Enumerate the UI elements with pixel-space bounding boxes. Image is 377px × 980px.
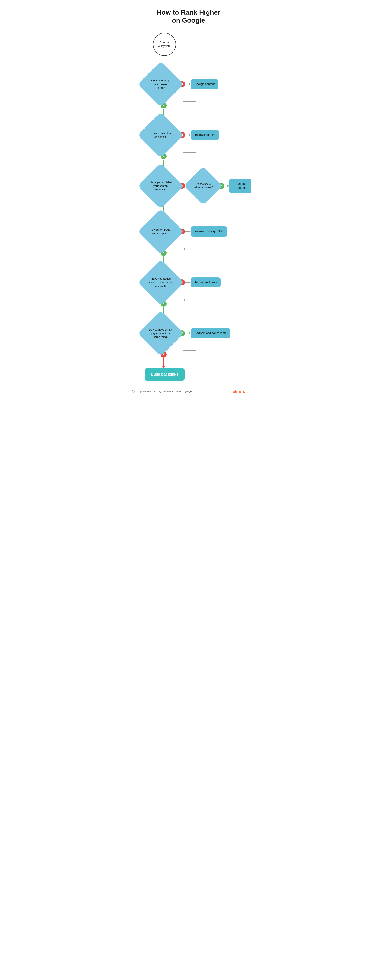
start-label: Choose a keyword <box>158 41 171 48</box>
q3-diamond: Have you updated your content recently? <box>138 163 184 209</box>
q2-diamond-wrap: Does it cover the topic in full? <box>145 119 177 151</box>
cc-icon: Ⓒ ℹ <box>132 390 137 393</box>
q4-return-h <box>185 249 196 249</box>
q4-row: Is your on-page SEO on point? ✕ Improve … <box>145 215 227 248</box>
final-node-wrap: Build backlinks <box>145 368 185 381</box>
q5-action: Add internal links <box>191 277 220 287</box>
q2-text: Does it cover the topic in full? <box>148 132 173 139</box>
q4-return-arrowleft <box>183 248 185 250</box>
final-node: Build backlinks <box>145 368 185 381</box>
page: How to Rank Higher on Google Choose a ke… <box>126 0 251 400</box>
q5-arrow-h <box>189 281 191 283</box>
q2-return-h <box>185 152 196 153</box>
q3-diamond-wrap: Have you updated your content recently? <box>145 170 177 202</box>
q5-return-arrowleft <box>183 299 185 301</box>
q4-return-line <box>183 248 196 250</box>
q1-return <box>145 100 196 103</box>
q1-line-h <box>185 84 189 84</box>
q3-text: Have you updated your content recently? <box>148 180 173 191</box>
q5-line-h <box>185 282 189 283</box>
start-node: Choose a keyword <box>149 33 176 56</box>
section-q3: Have you updated your content recently? … <box>145 170 245 199</box>
start-circle: Choose a keyword <box>153 33 176 56</box>
q3b-diamond-wrap: Do searchers value freshness? <box>190 172 217 199</box>
q1-arrow-h <box>189 83 191 85</box>
q1-no-branch: ✕ Realign content <box>179 79 219 89</box>
footer-url-section: Ⓒ ℹ https://ahrefs.com/blog/how-to-rank-… <box>132 390 193 393</box>
q6-arrow-h <box>189 332 191 334</box>
q4-text: Is your on-page SEO on point? <box>148 228 173 235</box>
q3b-diamond: Do searchers value freshness? <box>184 167 222 205</box>
q6-return-line <box>183 350 196 352</box>
q6-row: Do you have similar pages about the same… <box>145 317 230 350</box>
q1-diamond-wrap: Does your page match search intent? <box>145 68 177 100</box>
q3-no-branch: ✕ Do searchers value freshness? ✓ <box>179 172 251 199</box>
q5-diamond: Have you added internal links where rele… <box>138 259 184 305</box>
q6-return-h <box>185 350 196 351</box>
q4-diamond-wrap: Is your on-page SEO on point? <box>145 215 177 248</box>
q3b-yes-branch: ✓ Update content <box>219 179 251 193</box>
flowchart: Choose a keyword Does your page match se… <box>132 33 245 381</box>
q3b-text: Do searchers value freshness? <box>193 183 214 189</box>
q4-line-h <box>185 231 189 232</box>
q6-line-h <box>185 333 189 333</box>
ahrefs-logo: ahrefs <box>232 389 245 394</box>
section-q5: Have you added internal links where rele… <box>145 266 245 301</box>
q5-return-h <box>185 299 196 300</box>
q2-arrow-h <box>189 134 191 136</box>
line-q6-final <box>163 358 164 366</box>
q3-row: Have you updated your content recently? … <box>145 170 251 202</box>
q1-return-line <box>183 100 196 103</box>
q4-action: Improve on-page SEO <box>191 226 227 237</box>
q2-no-branch: ✕ Improve content <box>179 130 219 140</box>
section-q1: Does your page match search intent? ✕ Re… <box>145 68 245 103</box>
arrow-q6-final-head <box>162 366 165 368</box>
q6-action: Redirect and consolidate <box>191 328 230 338</box>
q2-return-line <box>183 151 196 153</box>
q2-return-arrowleft <box>183 151 185 153</box>
q6-text: Do you have similar pages about the same… <box>148 328 173 339</box>
q5-text: Have you added internal links where rele… <box>148 277 173 288</box>
q6-return-arrowleft <box>183 350 185 352</box>
q5-diamond-wrap: Have you added internal links where rele… <box>145 266 177 299</box>
q5-row: Have you added internal links where rele… <box>145 266 220 299</box>
q4-diamond: Is your on-page SEO on point? <box>138 209 184 255</box>
flowchart-diagram: Choose a keyword Does your page match se… <box>132 33 245 381</box>
q6-diamond-wrap: Do you have similar pages about the same… <box>145 317 177 350</box>
q3b-arrow-h <box>227 185 229 187</box>
q2-diamond: Does it cover the topic in full? <box>138 112 184 158</box>
q6-diamond: Do you have similar pages about the same… <box>138 310 184 356</box>
q2-action: Improve content <box>191 130 219 140</box>
footer-url: https://ahrefs.com/blog/how-to-rank-high… <box>138 390 193 393</box>
section-q4: Is your on-page SEO on point? ✕ Improve … <box>145 215 245 250</box>
q1-text: Does your page match search intent? <box>148 79 173 90</box>
section-q2: Does it cover the topic in full? ✕ Impro… <box>145 119 245 153</box>
q1-row: Does your page match search intent? ✕ Re… <box>145 68 219 100</box>
q2-row: Does it cover the topic in full? ✕ Impro… <box>145 119 219 151</box>
q1-action: Realign content <box>191 79 219 89</box>
q3b-line-h <box>224 186 227 186</box>
q1-return-h <box>185 101 196 102</box>
q5-no-branch: ✕ Add internal links <box>179 277 220 287</box>
q4-no-branch: ✕ Improve on-page SEO <box>179 226 227 237</box>
q4-arrow-h <box>189 231 191 232</box>
page-title: How to Rank Higher on Google <box>157 8 220 24</box>
q2-line-h <box>185 135 189 135</box>
q5-return-line <box>183 299 196 301</box>
q3-action: Update content <box>229 179 251 193</box>
q6-yes-branch: ✓ Redirect and consolidate <box>179 328 230 338</box>
section-q6: Do you have similar pages about the same… <box>145 317 245 352</box>
footer: Ⓒ ℹ https://ahrefs.com/blog/how-to-rank-… <box>130 389 247 394</box>
q1-return-arrowleft <box>183 100 185 103</box>
